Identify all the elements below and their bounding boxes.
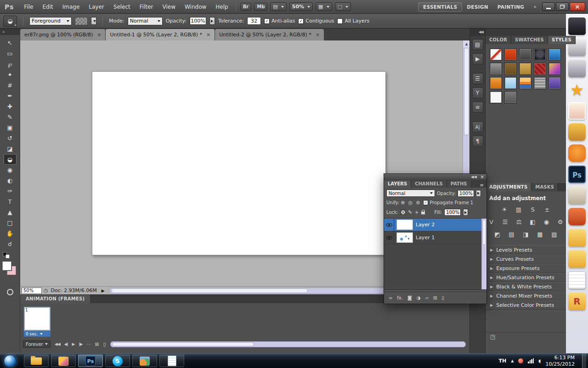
frame-delay-dropdown[interactable]: 0 sec. xyxy=(24,331,51,337)
brush-tool[interactable]: ✎ xyxy=(4,112,17,122)
vertical-scrollbar-thumb[interactable] xyxy=(464,48,469,135)
layer-comps-panel-icon[interactable]: ≡ xyxy=(472,102,483,113)
desktop-icon-photoshop[interactable]: Ps xyxy=(568,166,586,183)
layers-scrollbar-thumb[interactable] xyxy=(482,219,486,245)
style-swatch[interactable] xyxy=(534,63,546,75)
black-white-icon[interactable]: ◧ xyxy=(529,218,537,225)
tab-channels[interactable]: CHANNELS xyxy=(411,180,447,188)
exposure-icon[interactable]: ± xyxy=(543,206,551,213)
actions-panel-icon[interactable]: ▶ xyxy=(472,53,483,64)
menu-window[interactable]: Window xyxy=(180,0,211,13)
gradient-map-icon[interactable]: ▦ xyxy=(536,231,544,238)
tab-adjustments[interactable]: ADJUSTMENTS xyxy=(486,183,531,191)
channel-mixer-icon[interactable]: ⚙ xyxy=(556,218,564,225)
show-desktop-button[interactable] xyxy=(582,354,586,368)
network-icon[interactable] xyxy=(528,358,534,363)
layer-row-1[interactable]: Layer 1 xyxy=(384,231,486,244)
taskbar-explorer-button[interactable] xyxy=(24,355,49,367)
crop-tool[interactable]: # xyxy=(4,80,17,91)
hand-tool[interactable]: ✋ xyxy=(4,228,17,239)
pattern-swatch[interactable] xyxy=(75,17,88,25)
lock-all-icon[interactable] xyxy=(421,212,425,214)
first-frame-button[interactable]: ◀◀ xyxy=(55,342,60,346)
minimize-button[interactable] xyxy=(542,2,555,11)
close-button[interactable]: × xyxy=(570,2,585,11)
threshold-icon[interactable]: ◨ xyxy=(522,231,530,238)
tab-untitled-2[interactable]: Untitled-2 @ 50% (Layer 2, RGB/8) * × xyxy=(215,29,324,40)
desktop-icon-star-mascot[interactable]: ★ xyxy=(568,81,586,98)
workspace-essentials[interactable]: ESSENTIALS xyxy=(418,2,462,12)
layer-mask-icon[interactable]: ◙ xyxy=(407,295,412,300)
tab-paths[interactable]: PATHS xyxy=(447,180,471,188)
mode-dropdown[interactable]: Normal xyxy=(128,17,163,25)
volume-icon[interactable]: ◖ xyxy=(538,358,541,363)
panel-collapse-icon[interactable]: ◀◀ xyxy=(471,175,476,179)
all-layers-checkbox[interactable] xyxy=(337,18,343,24)
layers-scrollbar[interactable] xyxy=(481,218,486,289)
paragraph-panel-icon[interactable]: ¶ xyxy=(472,136,483,147)
foreground-color-swatch[interactable] xyxy=(2,261,11,270)
pen-tool[interactable]: ✑ xyxy=(4,186,17,196)
pattern-dropdown-button[interactable] xyxy=(91,17,96,25)
contiguous-option[interactable]: ✓Contiguous xyxy=(298,18,334,24)
desktop-image-anime-1[interactable] xyxy=(568,17,586,35)
tab-er87r[interactable]: er87r.png @ 100% (RGB/8) × xyxy=(20,29,106,40)
close-tab-icon[interactable]: × xyxy=(206,32,210,37)
frame-thumbnail[interactable]: 1 xyxy=(24,307,51,331)
next-frame-button[interactable]: |▶ xyxy=(79,342,82,346)
style-swatch-none[interactable] xyxy=(490,48,502,61)
curves-presets-row[interactable]: ▶Curves Presets xyxy=(486,254,566,264)
workspace-overflow-chevron[interactable]: » xyxy=(529,4,541,10)
anti-alias-option[interactable]: ✓Anti-alias xyxy=(264,18,295,24)
black-white-presets-row[interactable]: ▶Black & White Presets xyxy=(486,282,566,291)
adjustment-layer-icon[interactable]: ◑ xyxy=(417,295,421,300)
layer-thumbnail[interactable] xyxy=(396,219,413,230)
opacity-input[interactable] xyxy=(190,17,206,25)
animation-frame-1[interactable]: 1 0 sec. xyxy=(24,307,51,337)
visibility-toggle[interactable] xyxy=(384,231,394,244)
style-swatch[interactable] xyxy=(504,63,517,75)
path-selection-tool[interactable]: ▲ xyxy=(4,207,17,218)
layer-name[interactable]: Layer 2 xyxy=(416,222,435,228)
launch-mini-bridge-button[interactable]: Mb xyxy=(254,3,267,11)
tool-preset-well[interactable]: ◒ xyxy=(3,16,17,27)
unify-visibility-icon[interactable]: ◎ xyxy=(408,200,413,206)
taskbar-skype-button[interactable]: S xyxy=(105,355,130,367)
document-canvas[interactable] xyxy=(92,71,386,255)
menu-edit[interactable]: Edit xyxy=(38,0,57,13)
style-swatch[interactable] xyxy=(490,91,502,104)
desktop-icon-folder-1[interactable] xyxy=(568,229,586,247)
desktop-icon-fox-mascot[interactable] xyxy=(568,144,586,162)
unify-position-icon[interactable]: ⊕ xyxy=(401,200,405,206)
play-animation-button[interactable]: ▶ xyxy=(72,342,75,346)
status-zoom-input[interactable] xyxy=(22,288,42,294)
status-flyout-arrow[interactable]: ▶ xyxy=(102,288,105,293)
tolerance-input[interactable] xyxy=(247,17,261,25)
color-balance-icon[interactable]: ⚖ xyxy=(515,218,523,225)
scroll-up-button[interactable]: ▲ xyxy=(463,40,470,47)
levels-icon[interactable]: ▥ xyxy=(514,206,523,213)
clone-stamp-tool[interactable]: ▣ xyxy=(4,122,17,133)
view-extras-button[interactable]: ▤ xyxy=(270,2,286,11)
curves-icon[interactable]: S xyxy=(529,206,537,213)
panel-menu-icon[interactable]: ≡ xyxy=(480,183,486,188)
hue-saturation-icon[interactable]: ☰ xyxy=(501,218,509,225)
workspace-design[interactable]: DESIGN xyxy=(462,3,493,11)
tab-untitled-1[interactable]: Untitled-1 @ 50% (Layer 2, RGB/8) * × xyxy=(106,29,215,40)
character-panel-icon[interactable]: A| xyxy=(472,121,483,132)
style-swatch[interactable] xyxy=(548,48,561,61)
tab-color[interactable]: COLOR xyxy=(486,36,511,44)
tools-collapse-chevron[interactable]: » xyxy=(0,29,20,35)
taskbar-contacts-button[interactable] xyxy=(132,355,157,367)
delete-frame-button[interactable]: ▯ xyxy=(103,341,106,347)
style-swatch[interactable] xyxy=(504,77,517,89)
screen-mode-button[interactable]: ▢ xyxy=(335,2,351,11)
menu-select[interactable]: Select xyxy=(109,0,135,13)
style-swatch[interactable] xyxy=(519,63,531,75)
dock-collapse-chevron[interactable]: ◀◀ xyxy=(470,29,485,36)
menu-file[interactable]: File xyxy=(19,0,38,13)
desktop-icon-notepad[interactable] xyxy=(568,271,586,289)
layer-opacity-value[interactable]: 100% xyxy=(458,190,474,197)
delete-layer-icon[interactable]: ▯ xyxy=(442,295,445,300)
animation-scrollbar[interactable] xyxy=(110,341,466,347)
